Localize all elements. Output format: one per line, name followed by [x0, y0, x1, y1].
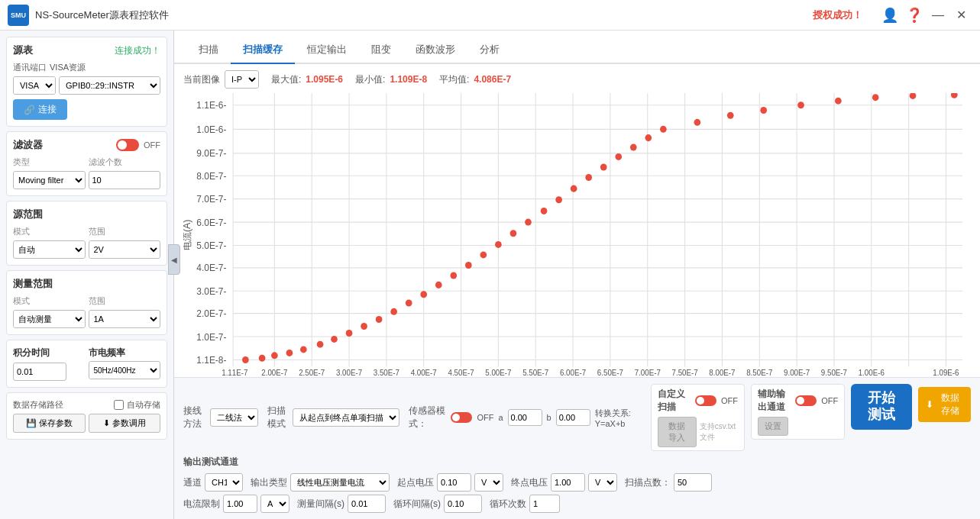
- svg-text:7.00E-7: 7.00E-7: [635, 369, 661, 377]
- save-params-button[interactable]: 💾 保存参数: [13, 414, 86, 433]
- freq-select[interactable]: 50Hz/400Hz: [89, 362, 160, 379]
- main-layout: 源表 连接成功！ 通讯端口 VISA资源 VISA GPIB0::29::INS…: [0, 31, 980, 519]
- current-limit-unit-select[interactable]: A: [260, 495, 289, 513]
- output-type-label: 输出类型: [251, 476, 287, 489]
- transform-label: 转换关系: Y=aX+b: [595, 408, 642, 428]
- svg-point-87: [555, 196, 562, 203]
- help-icon[interactable]: ❓: [902, 3, 927, 27]
- comm-port-label: 通讯端口: [13, 62, 47, 73]
- data-store-button[interactable]: ⬇ 数据存储: [918, 387, 971, 422]
- end-voltage-input[interactable]: [551, 473, 585, 492]
- tab-bar: 扫描 扫描缓存 恒定输出 阻变 函数波形 分析: [174, 31, 980, 64]
- param-tune-button[interactable]: ⬇ 参数调用: [89, 414, 161, 433]
- channel-select[interactable]: CH1: [205, 473, 243, 492]
- svg-text:5.0E-7-: 5.0E-7-: [196, 240, 226, 251]
- filter-toggle-wrap: OFF: [116, 139, 160, 151]
- measure-range-label: 范围: [89, 295, 161, 307]
- auth-status: 授权成功！: [813, 8, 862, 22]
- svg-text:4.0E-7-: 4.0E-7-: [196, 263, 226, 273]
- svg-text:9.00E-7: 9.00E-7: [784, 369, 810, 377]
- tab-analysis[interactable]: 分析: [467, 37, 512, 64]
- app-title: NS-SourceMeter源表程控软件: [35, 8, 813, 22]
- filter-title: 滤波器: [13, 138, 43, 152]
- measure-interval-input[interactable]: [348, 495, 386, 513]
- svg-point-69: [286, 350, 293, 356]
- channel-label: 通道: [183, 476, 202, 489]
- autosave-checkbox-label[interactable]: 自动存储: [114, 399, 160, 411]
- tab-scan-buffer[interactable]: 扫描缓存: [231, 37, 295, 64]
- measure-mode-select[interactable]: 自动测量: [14, 311, 85, 327]
- source-mode-select[interactable]: 自动: [14, 241, 85, 258]
- scan-points-input[interactable]: [674, 473, 712, 492]
- start-voltage-unit-select[interactable]: V: [474, 473, 503, 492]
- minimize-button[interactable]: —: [927, 4, 949, 27]
- svg-point-80: [450, 272, 457, 279]
- image-type-dropdown[interactable]: I-P: [225, 70, 259, 89]
- svg-text:5.50E-7: 5.50E-7: [522, 369, 549, 377]
- tab-scan[interactable]: 扫描: [186, 37, 231, 64]
- chart-controls-bar: 当前图像 I-P 最大值: 1.095E-6 最小值: 1.109E-8: [183, 70, 971, 89]
- output-type-select[interactable]: 线性电压测量电流: [290, 473, 390, 492]
- tab-function-wave[interactable]: 函数波形: [403, 37, 467, 64]
- svg-point-96: [727, 112, 734, 119]
- svg-point-67: [259, 355, 266, 362]
- loop-interval-label: 循环间隔(s): [393, 498, 441, 511]
- close-button[interactable]: ✕: [949, 4, 972, 27]
- visa-select[interactable]: VISA: [14, 76, 55, 95]
- svg-point-82: [480, 251, 487, 258]
- svg-point-72: [331, 336, 338, 343]
- svg-text:3.50E-7: 3.50E-7: [374, 369, 400, 377]
- source-mode-label: 模式: [13, 226, 86, 237]
- current-image-label: 当前图像: [183, 73, 220, 86]
- aux-output-toggle[interactable]: [795, 395, 817, 406]
- connection-method-select[interactable]: 二线法: [210, 408, 258, 427]
- connection-method-label: 接线方法: [183, 405, 207, 430]
- tab-resistance[interactable]: 阻变: [359, 37, 403, 64]
- integral-input[interactable]: 0.01: [13, 363, 66, 381]
- current-limit-input[interactable]: [223, 495, 257, 513]
- measure-range-title: 测量范围: [13, 277, 160, 291]
- measure-range-select[interactable]: 1A: [89, 311, 160, 327]
- max-label: 最大值:: [271, 73, 301, 86]
- min-value: 1.109E-8: [390, 74, 427, 85]
- avg-label: 平均值:: [439, 73, 469, 86]
- svg-point-94: [660, 126, 667, 133]
- market-freq-title: 市电频率: [89, 347, 161, 359]
- source-title: 源表: [13, 44, 33, 57]
- svg-text:7.50E-7: 7.50E-7: [672, 369, 699, 377]
- connect-button[interactable]: 🔗 连接: [13, 99, 67, 120]
- tab-constant-output[interactable]: 恒定输出: [295, 37, 359, 64]
- custom-scan-panel: 自定义扫描 OFF 数据导入 支持csv.txt文件: [651, 384, 745, 451]
- gpib-select[interactable]: GPIB0::29::INSTR: [60, 76, 160, 95]
- filter-toggle[interactable]: [116, 139, 139, 151]
- svg-point-89: [585, 174, 592, 181]
- loop-interval-input[interactable]: [444, 495, 482, 513]
- sensor-b-input[interactable]: [556, 409, 590, 426]
- svg-point-98: [797, 102, 804, 108]
- output-test-channel-label: 输出测试通道: [183, 456, 238, 469]
- svg-text:3.0E-7-: 3.0E-7-: [196, 286, 226, 297]
- custom-scan-toggle[interactable]: [695, 395, 716, 406]
- sensor-a-input[interactable]: [508, 409, 542, 426]
- start-voltage-input[interactable]: [437, 473, 471, 492]
- autosave-checkbox[interactable]: [114, 400, 124, 410]
- end-voltage-unit-select[interactable]: V: [588, 473, 617, 492]
- user-icon[interactable]: 👤: [878, 3, 902, 27]
- svg-text:2.00E-7: 2.00E-7: [261, 369, 288, 377]
- filter-count-input[interactable]: 10: [89, 171, 161, 189]
- sensor-toggle[interactable]: [451, 412, 472, 423]
- filter-type-select[interactable]: Moving filter: [14, 172, 85, 189]
- collapse-button[interactable]: ◀: [168, 244, 180, 275]
- chart-section: 当前图像 I-P 最大值: 1.095E-6 最小值: 1.109E-8: [174, 64, 980, 377]
- titlebar: SMU NS-SourceMeter源表程控软件 授权成功！ 👤 ❓ — ✕: [0, 0, 980, 31]
- start-test-button[interactable]: 开始 测试: [851, 384, 912, 430]
- svg-point-97: [760, 107, 767, 114]
- svg-text:1.0E-7-: 1.0E-7-: [196, 331, 226, 342]
- scan-mode-select[interactable]: 从起点到终点单项扫描: [293, 408, 399, 427]
- source-range-select[interactable]: 2V: [89, 241, 160, 258]
- svg-point-81: [465, 262, 472, 269]
- loop-count-input[interactable]: [529, 495, 560, 513]
- save-section: 数据存储路径 自动存储 💾 保存参数 ⬇ 参数调用: [6, 392, 167, 440]
- image-type-select[interactable]: I-P: [225, 71, 258, 88]
- left-panel: 源表 连接成功！ 通讯端口 VISA资源 VISA GPIB0::29::INS…: [0, 31, 174, 519]
